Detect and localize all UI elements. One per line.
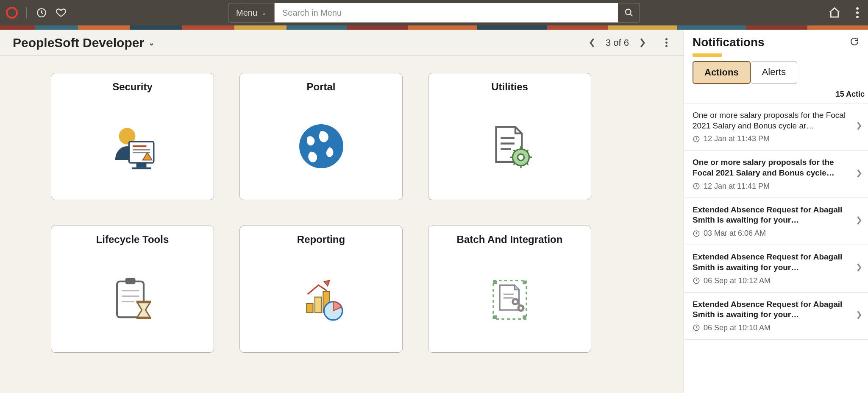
notification-count: 15 Actic <box>684 84 868 103</box>
notification-text: Extended Absence Request for Abagail Smi… <box>693 252 852 273</box>
svg-rect-35 <box>493 281 497 284</box>
menu-search-group: Menu ⌄ <box>228 3 640 22</box>
accent-bar <box>693 53 722 57</box>
notification-text: Extended Absence Request for Abagail Smi… <box>693 299 852 320</box>
tile-title: Reporting <box>297 234 345 245</box>
main-content: PeopleSoft Developer ⌄ 3 of 6 Security <box>0 30 684 393</box>
search-button[interactable] <box>618 3 640 22</box>
notification-item[interactable]: One or more salary proposals for the Foc… <box>684 103 868 151</box>
page-header: PeopleSoft Developer ⌄ 3 of 6 <box>0 30 684 56</box>
chevron-right-icon <box>856 121 862 132</box>
notification-text: One or more salary proposals for the Foc… <box>693 110 852 131</box>
svg-rect-30 <box>306 304 313 313</box>
notification-item[interactable]: Extended Absence Request for Abagail Smi… <box>684 198 868 245</box>
security-icon <box>56 100 209 192</box>
svg-rect-36 <box>523 281 526 284</box>
clock-icon <box>693 182 700 190</box>
svg-line-19 <box>526 163 528 164</box>
notification-text: One or more salary proposals for the Foc… <box>693 157 852 178</box>
tile-security[interactable]: Security <box>51 73 214 200</box>
notification-item[interactable]: Extended Absence Request for Abagail Smi… <box>684 293 868 340</box>
prev-page-button[interactable] <box>586 37 598 49</box>
search-input[interactable] <box>275 3 618 22</box>
menu-dropdown-button[interactable]: Menu ⌄ <box>228 3 275 22</box>
notifications-panel: Notifications Actions Alerts 15 Actic On… <box>684 30 868 393</box>
svg-rect-28 <box>136 301 151 303</box>
svg-rect-29 <box>136 317 151 319</box>
tile-utilities[interactable]: Utilities <box>428 73 591 200</box>
favorites-icon[interactable] <box>55 6 67 19</box>
svg-rect-4 <box>133 145 147 147</box>
tab-actions[interactable]: Actions <box>693 61 751 84</box>
notification-item[interactable]: One or more salary proposals for the Foc… <box>684 151 868 198</box>
refresh-icon[interactable] <box>849 36 860 48</box>
home-icon[interactable] <box>828 6 841 19</box>
notification-time: 03 Mar at 6:06 AM <box>693 229 852 238</box>
recent-icon[interactable] <box>35 6 48 19</box>
chart-icon <box>245 253 397 345</box>
svg-point-43 <box>514 300 517 303</box>
svg-line-20 <box>526 150 528 152</box>
notification-text: Extended Absence Request for Abagail Smi… <box>693 205 852 226</box>
oracle-logo-icon <box>6 7 18 19</box>
tile-batch-integration[interactable]: Batch And Integration <box>428 226 591 353</box>
notification-time: 12 Jan at 11:43 PM <box>693 134 852 143</box>
notification-tabs: Actions Alerts <box>684 61 868 84</box>
svg-rect-8 <box>131 167 151 169</box>
menu-label: Menu <box>236 8 257 18</box>
tile-title: Utilities <box>491 81 528 93</box>
svg-rect-5 <box>133 149 150 151</box>
next-page-button[interactable] <box>637 37 648 49</box>
global-header: Menu ⌄ <box>0 0 868 25</box>
clock-icon <box>693 324 700 332</box>
tiles-area: Security <box>0 56 684 393</box>
clock-icon <box>693 135 700 143</box>
document-gear-icon <box>434 100 586 192</box>
chevron-down-icon: ⌄ <box>148 38 155 47</box>
chevron-right-icon <box>856 169 862 180</box>
svg-point-1 <box>625 9 631 15</box>
svg-rect-31 <box>314 297 321 313</box>
notification-item[interactable]: Extended Absence Request for Abagail Smi… <box>684 245 868 292</box>
tile-title: Lifecycle Tools <box>96 234 169 245</box>
pager: 3 of 6 <box>586 35 671 50</box>
page-actions-menu-icon[interactable] <box>662 35 671 50</box>
document-gears-icon <box>434 253 586 345</box>
svg-point-44 <box>519 307 522 309</box>
notifications-title: Notifications <box>693 36 765 49</box>
decorative-color-strip <box>0 25 868 30</box>
clock-icon <box>693 277 700 284</box>
notification-time: 06 Sep at 10:10 AM <box>693 323 852 332</box>
clipboard-hourglass-icon <box>56 253 209 345</box>
tile-portal[interactable]: Portal <box>239 73 403 200</box>
svg-rect-7 <box>136 163 146 167</box>
svg-rect-38 <box>523 315 526 319</box>
chevron-right-icon <box>856 310 862 321</box>
overflow-menu-icon[interactable] <box>853 4 862 22</box>
tile-title: Security <box>112 81 153 93</box>
notification-list: One or more salary proposals for the Foc… <box>684 103 868 393</box>
tile-title: Portal <box>306 81 335 93</box>
page-title: PeopleSoft Developer <box>13 36 144 50</box>
notification-time: 06 Sep at 10:12 AM <box>693 276 852 285</box>
homepage-selector[interactable]: PeopleSoft Developer ⌄ <box>13 36 155 50</box>
svg-rect-24 <box>125 278 135 284</box>
pager-text: 3 of 6 <box>606 37 629 48</box>
divider <box>26 7 27 18</box>
svg-rect-23 <box>117 282 144 318</box>
svg-point-22 <box>517 154 524 160</box>
svg-rect-37 <box>493 315 497 319</box>
chevron-down-icon: ⌄ <box>262 9 267 16</box>
notifications-header: Notifications <box>684 30 868 51</box>
notification-time: 12 Jan at 11:41 PM <box>693 182 852 191</box>
tile-reporting[interactable]: Reporting <box>239 226 403 353</box>
globe-icon <box>245 100 397 192</box>
svg-point-9 <box>299 124 343 168</box>
chevron-right-icon <box>856 263 862 274</box>
clock-icon <box>693 230 700 237</box>
svg-line-21 <box>513 163 515 164</box>
chevron-right-icon <box>856 216 862 227</box>
tab-alerts[interactable]: Alerts <box>751 61 797 84</box>
tile-lifecycle-tools[interactable]: Lifecycle Tools <box>51 226 214 353</box>
tile-title: Batch And Integration <box>457 234 563 245</box>
